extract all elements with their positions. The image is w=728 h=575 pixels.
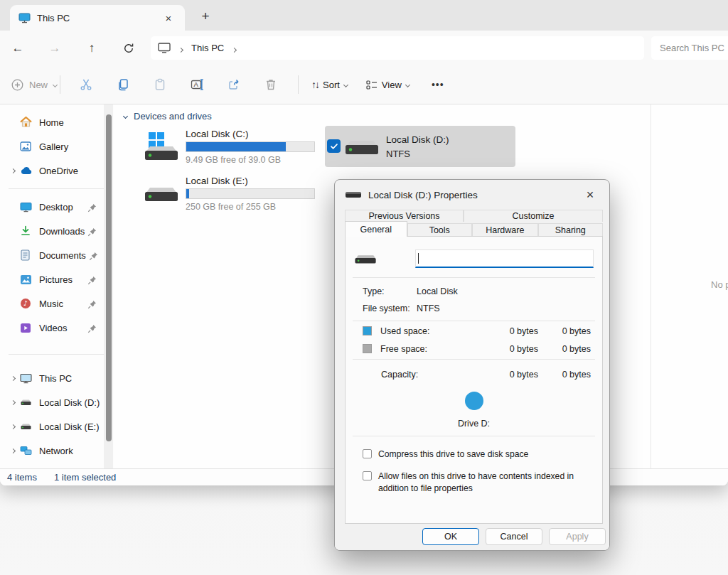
pin-icon xyxy=(87,323,97,333)
ellipsis-icon: ••• xyxy=(432,79,444,90)
pin-icon xyxy=(89,251,98,260)
delete-button[interactable] xyxy=(258,72,284,97)
onedrive-cloud-icon xyxy=(20,164,33,177)
index-checkbox[interactable] xyxy=(363,471,372,480)
text-caret xyxy=(418,253,419,264)
forward-button[interactable]: → xyxy=(44,38,65,59)
expand-chevron-icon[interactable] xyxy=(10,448,15,453)
tab-tools[interactable]: Tools xyxy=(407,223,473,237)
sort-button[interactable]: ↑↓ Sort xyxy=(311,72,348,97)
chevron-down-icon xyxy=(53,82,58,87)
dialog-close-icon[interactable]: × xyxy=(581,186,599,204)
usage-bar xyxy=(186,141,315,152)
breadcrumb-this-pc[interactable]: This PC xyxy=(188,43,227,53)
selection-checkbox[interactable] xyxy=(327,139,341,153)
tab-this-pc[interactable]: This PC × xyxy=(10,5,185,31)
paste-button[interactable] xyxy=(147,72,173,97)
view-button[interactable]: View xyxy=(366,72,410,97)
tab-close-icon[interactable]: × xyxy=(161,10,176,26)
sidebar-item-gallery[interactable]: Gallery xyxy=(0,134,114,158)
copy-icon xyxy=(117,78,129,91)
share-button[interactable] xyxy=(221,72,247,97)
downloads-icon xyxy=(20,225,33,237)
tab-previous-versions[interactable]: Previous Versions xyxy=(345,210,464,222)
navigation-bar: ← → ↑ This PC Search This PC xyxy=(0,31,728,65)
pictures-icon xyxy=(20,273,33,286)
copy-button[interactable] xyxy=(110,72,136,97)
tab-customize[interactable]: Customize xyxy=(464,210,603,222)
drive-c-icon xyxy=(143,131,180,162)
scrollbar-thumb[interactable] xyxy=(106,114,112,441)
section-header-devices-and-drives[interactable]: Devices and drives xyxy=(124,111,212,122)
network-icon xyxy=(20,444,33,457)
sidebar-item-pictures[interactable]: Pictures xyxy=(0,267,114,291)
drive-e-icon xyxy=(143,178,180,209)
index-checkbox-row[interactable]: Allow files on this drive to have conten… xyxy=(354,471,594,495)
drive-name: Local Disk (D:) xyxy=(386,134,449,145)
sidebar-item-network[interactable]: Network xyxy=(0,439,114,463)
divider xyxy=(353,359,595,360)
new-button[interactable]: New xyxy=(11,72,57,97)
usage-fill xyxy=(186,189,189,198)
sidebar-item-music[interactable]: ♪ Music xyxy=(0,291,114,316)
tab-sharing[interactable]: Sharing xyxy=(538,223,604,237)
free-space-swatch xyxy=(363,344,372,353)
divider xyxy=(353,321,595,321)
sidebar-item-this-pc[interactable]: This PC xyxy=(0,366,114,390)
back-button[interactable]: ← xyxy=(7,38,28,59)
dialog-title-bar[interactable]: Local Disk (D:) Properties × xyxy=(335,180,609,210)
ok-button[interactable]: OK xyxy=(422,528,479,545)
new-tab-button[interactable]: + xyxy=(196,7,215,26)
cut-button[interactable] xyxy=(73,72,99,97)
up-button[interactable]: ↑ xyxy=(81,38,102,59)
sort-arrows-icon: ↑↓ xyxy=(311,79,318,90)
sidebar-item-desktop[interactable]: Desktop xyxy=(0,195,114,219)
selection-count: 1 item selected xyxy=(54,472,116,483)
sidebar-scrollbar[interactable] xyxy=(104,104,113,468)
sort-label: Sort xyxy=(323,80,340,90)
properties-dialog: Local Disk (D:) Properties × Previous Ve… xyxy=(334,179,610,551)
search-input[interactable]: Search This PC xyxy=(651,36,728,60)
sidebar-item-local-disk-d[interactable]: Local Disk (D:) xyxy=(0,390,114,414)
sidebar-item-downloads[interactable]: Downloads xyxy=(0,219,114,243)
dialog-tab-strip: Previous Versions Customize General Tool… xyxy=(345,210,603,237)
tab-bar: This PC × + xyxy=(0,0,728,31)
refresh-button[interactable] xyxy=(118,38,139,59)
expand-chevron-icon[interactable] xyxy=(10,399,15,404)
tab-general[interactable]: General xyxy=(345,221,407,237)
cancel-button[interactable]: Cancel xyxy=(486,528,542,545)
sidebar-item-documents[interactable]: Documents xyxy=(0,243,114,267)
documents-icon xyxy=(20,249,33,262)
check-icon xyxy=(330,142,338,151)
sidebar-item-local-disk-e[interactable]: Local Disk (E:) xyxy=(0,414,114,439)
pin-icon xyxy=(87,299,97,308)
trash-icon xyxy=(264,78,277,91)
more-options-button[interactable]: ••• xyxy=(425,72,451,97)
drive-icon xyxy=(20,396,33,409)
this-pc-icon xyxy=(20,372,33,385)
collapse-chevron-icon xyxy=(123,114,128,119)
drive-tile-c[interactable]: Local Disk (C:) 9.49 GB free of 39.0 GB xyxy=(139,126,325,167)
rename-button[interactable]: A xyxy=(184,72,210,97)
drive-tile-e[interactable]: Local Disk (E:) 250 GB free of 255 GB xyxy=(139,173,325,214)
compress-checkbox-row[interactable]: Compress this drive to save disk space xyxy=(354,448,594,461)
drive-letter-label: Drive D: xyxy=(354,419,594,429)
expand-chevron-icon[interactable] xyxy=(10,375,15,380)
volume-label-input[interactable] xyxy=(415,249,594,268)
plus-circle-icon xyxy=(11,79,23,91)
sidebar-item-onedrive[interactable]: OneDrive xyxy=(0,158,114,183)
monitor-icon xyxy=(18,13,31,23)
apply-button[interactable]: Apply xyxy=(549,528,606,545)
desktop: This PC × + ← → ↑ This PC xyxy=(0,0,728,575)
sidebar-item-videos[interactable]: Videos xyxy=(0,316,114,340)
breadcrumb-chevron-icon xyxy=(232,47,237,52)
expand-chevron-icon[interactable] xyxy=(10,424,15,429)
tab-hardware[interactable]: Hardware xyxy=(472,223,537,237)
gallery-icon xyxy=(20,140,33,153)
drive-tile-d-selected[interactable]: Local Disk (D:) NTFS xyxy=(325,126,515,167)
address-bar[interactable]: This PC xyxy=(151,36,644,60)
compress-checkbox[interactable] xyxy=(363,449,372,458)
sidebar-item-home[interactable]: Home xyxy=(0,110,114,134)
new-label: New xyxy=(29,80,48,90)
expand-chevron-icon[interactable] xyxy=(10,168,15,173)
